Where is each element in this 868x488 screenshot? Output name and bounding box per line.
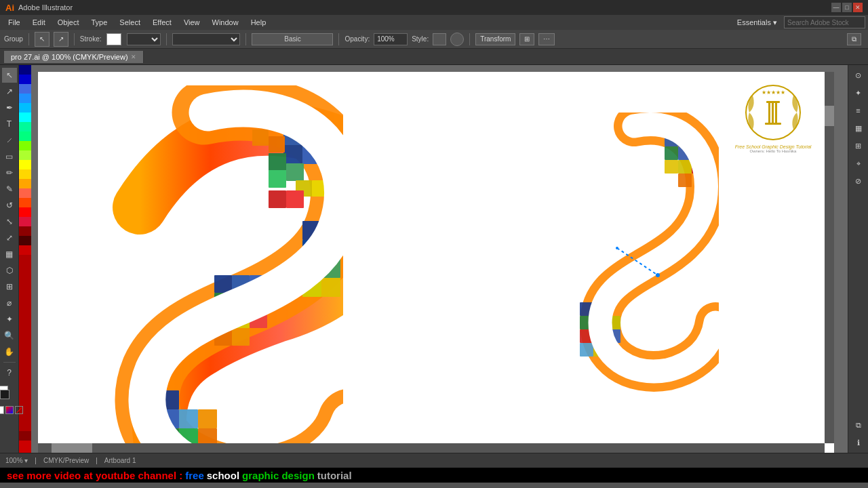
gradient-fill[interactable] <box>5 406 14 414</box>
color-darkred[interactable] <box>19 226 31 236</box>
rpanel-info[interactable]: ℹ <box>851 435 866 450</box>
direct-selection-tool[interactable]: ↗ <box>2 84 17 99</box>
stroke-color[interactable] <box>106 33 121 45</box>
style-circle[interactable] <box>450 33 464 46</box>
menu-select[interactable]: Select <box>114 17 146 28</box>
vscroll-track[interactable] <box>825 72 834 443</box>
color-navy[interactable] <box>19 65 31 75</box>
svg-rect-3 <box>283 145 302 164</box>
blend-tool[interactable]: ⌀ <box>2 296 17 310</box>
opacity-input[interactable] <box>374 33 408 45</box>
none-fill[interactable] <box>0 406 4 414</box>
hand-tool[interactable]: ✋ <box>2 344 17 359</box>
color-red[interactable] <box>19 207 31 217</box>
maximize-button[interactable]: □ <box>842 3 852 12</box>
selection-tool[interactable]: ↖ <box>2 68 17 83</box>
tab-document[interactable]: pro 27.ai @ 100% (CMYK/Preview) ✕ <box>4 51 144 63</box>
color-darkred2[interactable] <box>19 255 31 431</box>
stroke-color-box[interactable] <box>0 390 9 399</box>
type-tool[interactable]: T <box>2 117 17 131</box>
title-left: Ai Adobe Illustrator <box>5 3 73 13</box>
color-dodgerblue[interactable] <box>19 94 31 103</box>
canvas-area[interactable]: ★★★★★ Free School Graphic Design Tutoria… <box>31 65 848 453</box>
menu-edit[interactable]: Edit <box>27 17 51 28</box>
eyedropper-tool[interactable]: ✦ <box>2 312 17 327</box>
rpanel-btn3[interactable]: ≡ <box>851 103 866 118</box>
select-tool-option[interactable]: ↖ <box>35 32 50 47</box>
vscroll-thumb[interactable] <box>825 106 834 126</box>
hscroll-thumb[interactable] <box>52 443 92 453</box>
help-tool[interactable]: ? <box>2 365 17 380</box>
rpanel-btn6[interactable]: ⌖ <box>851 156 866 171</box>
pen-tool[interactable]: ✒ <box>2 100 17 115</box>
rpanel-btn1[interactable]: ⊙ <box>851 68 866 83</box>
color-maroon[interactable] <box>19 431 31 441</box>
rotate-tool[interactable]: ↺ <box>2 198 17 213</box>
essentials-label[interactable]: Essentials ▾ <box>732 17 783 28</box>
color-magenta-bottom[interactable] <box>19 441 31 453</box>
color-gold[interactable] <box>19 169 31 179</box>
svg-rect-64 <box>580 343 593 357</box>
rpanel-btn4[interactable]: ▦ <box>851 121 866 136</box>
arrange-button[interactable]: ⧉ <box>847 33 861 45</box>
color-orange[interactable] <box>19 179 31 188</box>
close-button[interactable]: ✕ <box>853 3 863 12</box>
status-separator2: | <box>96 457 98 464</box>
menu-window[interactable]: Window <box>207 17 244 28</box>
color-cyan[interactable] <box>19 113 31 122</box>
hscroll-track[interactable] <box>38 443 825 453</box>
tab-label: pro 27.ai @ 100% (CMYK/Preview) <box>11 53 128 61</box>
bottom-bar: see more video at youtube channel : free… <box>0 468 868 483</box>
graph-tool[interactable]: ▦ <box>2 247 17 262</box>
color-orangered[interactable] <box>19 198 31 207</box>
color-blue[interactable] <box>19 75 31 84</box>
tool-separator <box>3 362 16 363</box>
menu-type[interactable]: Type <box>86 17 113 28</box>
scale-tool[interactable]: ⤡ <box>2 214 17 229</box>
status-mode: CMYK/Preview <box>43 457 89 464</box>
color-verydarkred[interactable] <box>19 236 31 245</box>
color-deepskyblue[interactable] <box>19 103 31 113</box>
minimize-button[interactable]: — <box>831 3 841 12</box>
direct-select-option[interactable]: ↗ <box>54 32 68 47</box>
rect-tool[interactable]: ▭ <box>2 149 17 164</box>
menu-effect[interactable]: Effect <box>147 17 177 28</box>
rpanel-layers[interactable]: ⧉ <box>851 418 866 432</box>
svg-rect-74 <box>775 103 777 123</box>
rpanel-btn7[interactable]: ⊘ <box>851 174 866 188</box>
color-yellow[interactable] <box>19 160 31 169</box>
menu-view[interactable]: View <box>178 17 205 28</box>
warp-tool[interactable]: ⤢ <box>2 230 17 245</box>
line-tool[interactable]: ⟋ <box>2 133 17 148</box>
color-crimson[interactable] <box>19 217 31 226</box>
color-springgreen[interactable] <box>19 131 31 141</box>
menu-help[interactable]: Help <box>245 17 272 28</box>
menu-object[interactable]: Object <box>52 17 85 28</box>
menu-file[interactable]: File <box>3 17 26 28</box>
tab-close-button[interactable]: ✕ <box>131 54 136 60</box>
paintbrush-tool[interactable]: ✏ <box>2 165 17 180</box>
no-fill[interactable] <box>15 406 23 414</box>
color-royalblue[interactable] <box>19 84 31 94</box>
color-mediumspring[interactable] <box>19 122 31 131</box>
zoom-tool[interactable]: 🔍 <box>2 328 17 343</box>
divider1 <box>28 33 29 45</box>
svg-rect-5 <box>269 153 286 171</box>
color-tomato[interactable] <box>19 188 31 198</box>
brush-type[interactable] <box>172 33 240 45</box>
mesh-tool[interactable]: ⊞ <box>2 279 17 294</box>
style-swatch[interactable] <box>433 33 446 45</box>
color-chartreuse[interactable] <box>19 141 31 150</box>
transform-label[interactable]: Transform <box>475 33 515 45</box>
color-red2[interactable] <box>19 245 31 255</box>
stroke-weight[interactable] <box>127 33 161 45</box>
pencil-tool[interactable]: ✎ <box>2 182 17 197</box>
color-greenyellow[interactable] <box>19 150 31 160</box>
align-options[interactable]: ⊞ <box>519 33 534 45</box>
rpanel-btn2[interactable]: ✦ <box>851 85 866 100</box>
title-text: Adobe Illustrator <box>18 3 73 12</box>
gradient-tool[interactable]: ⬡ <box>2 263 17 278</box>
search-input[interactable] <box>784 16 865 28</box>
rpanel-btn5[interactable]: ⊞ <box>851 138 866 153</box>
more-options[interactable]: ⋯ <box>538 33 555 45</box>
